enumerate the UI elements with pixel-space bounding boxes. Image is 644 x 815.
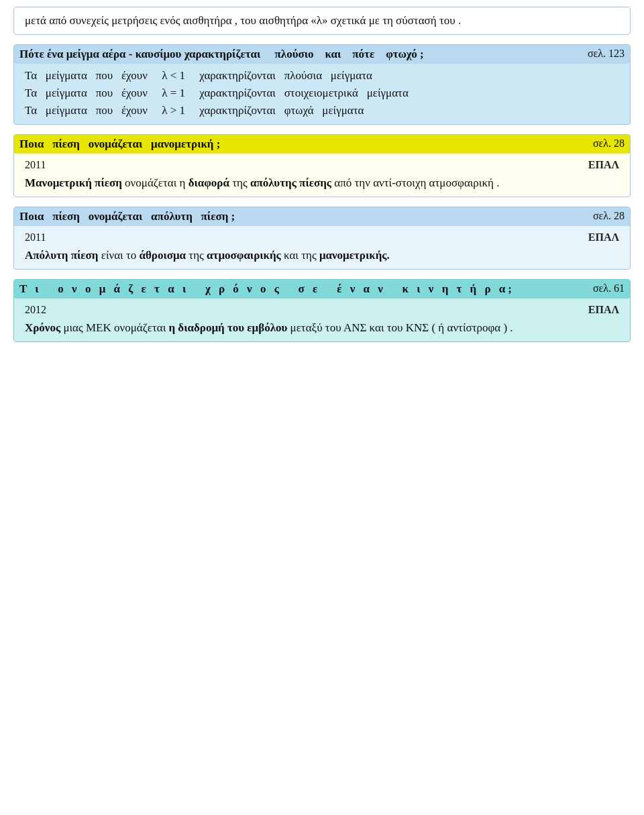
mixture-section-card: Πότε ένα μείγμα αέρα - καυσίμου χαρακτηρ… bbox=[13, 44, 631, 125]
chronos-question-text: Τ ι ο ν ο μ ά ζ ε τ α ι χ ρ ό ν ο ς σ ε … bbox=[19, 282, 585, 296]
chronos-year: 2012 bbox=[25, 304, 46, 316]
mixture-body: Τα μείγματα που έχουν λ < 1 χαρακτηρίζον… bbox=[25, 69, 619, 117]
chronos-epeal: ΕΠΑΛ bbox=[588, 304, 619, 316]
manometric-page-ref: σελ. 28 bbox=[593, 138, 625, 150]
manometric-year: 2011 bbox=[25, 159, 46, 171]
chronos-page-ref: σελ. 61 bbox=[593, 282, 625, 294]
mixture-row-1: Τα μείγματα που έχουν λ < 1 χαρακτηρίζον… bbox=[25, 69, 619, 83]
chronos-question-header: Τ ι ο ν ο μ ά ζ ε τ α ι χ ρ ό ν ο ς σ ε … bbox=[14, 280, 630, 298]
manometric-question-text: Ποια πίεση ονομάζεται μανομετρική ; bbox=[19, 138, 585, 151]
manometric-answer: Μανομετρική πίεση ονομάζεται η διαφορά τ… bbox=[25, 176, 619, 190]
absolute-answer: Απόλυτη πίεση είναι το άθροισμα της ατμο… bbox=[25, 249, 619, 262]
absolute-atm: ατμοσφαιρικής bbox=[207, 249, 281, 262]
manometric-abs: απόλυτης πίεσης bbox=[250, 176, 331, 189]
mixture-question-header: Πότε ένα μείγμα αέρα - καυσίμου χαρακτηρ… bbox=[14, 45, 630, 64]
chronos-bold: η διαδρομή του εμβόλου bbox=[168, 321, 287, 334]
absolute-year-epeal: 2011 ΕΠΑΛ bbox=[25, 231, 619, 243]
manometric-epeal: ΕΠΑΛ bbox=[588, 159, 619, 171]
manometric-year-epeal: 2011 ΕΠΑΛ bbox=[25, 159, 619, 171]
absolute-page-ref: σελ. 28 bbox=[593, 210, 625, 222]
absolute-section-card: Ποια πίεση ονομάζεται απόλυτη πίεση ; σε… bbox=[13, 207, 631, 270]
absolute-year: 2011 bbox=[25, 231, 46, 243]
chronos-section-card: Τ ι ο ν ο μ ά ζ ε τ α ι χ ρ ό ν ο ς σ ε … bbox=[13, 279, 631, 342]
page-container: μετά από συνεχείς μετρήσεις ενός αισθητή… bbox=[0, 0, 644, 358]
manometric-diff: διαφορά bbox=[189, 176, 229, 189]
absolute-sum: άθροισμα bbox=[139, 249, 186, 262]
chronos-answer: Χρόνος μιας ΜΕΚ ονομάζεται η διαδρομή το… bbox=[25, 321, 619, 335]
manometric-section-card: Ποια πίεση ονομάζεται μανομετρική ; σελ.… bbox=[13, 134, 631, 197]
manometric-question-header: Ποια πίεση ονομάζεται μανομετρική ; σελ.… bbox=[14, 135, 630, 154]
absolute-question-text: Ποια πίεση ονομάζεται απόλυτη πίεση ; bbox=[19, 210, 585, 223]
chronos-year-epeal: 2012 ΕΠΑΛ bbox=[25, 304, 619, 316]
chronos-term: Χρόνος bbox=[25, 321, 60, 334]
absolute-mano: μανομετρικής. bbox=[319, 249, 390, 262]
manometric-term: Μανομετρική πίεση bbox=[25, 176, 122, 189]
mixture-page-ref: σελ. 123 bbox=[588, 48, 625, 60]
mixture-row-2: Τα μείγματα που έχουν λ = 1 χαρακτηρίζον… bbox=[25, 87, 619, 100]
absolute-question-header: Ποια πίεση ονομάζεται απόλυτη πίεση ; σε… bbox=[14, 207, 630, 226]
top-section-card: μετά από συνεχείς μετρήσεις ενός αισθητή… bbox=[13, 7, 631, 35]
top-section-text: μετά από συνεχείς μετρήσεις ενός αισθητή… bbox=[25, 14, 619, 28]
mixture-row-3: Τα μείγματα που έχουν λ > 1 χαρακτηρίζον… bbox=[25, 104, 619, 117]
absolute-epeal: ΕΠΑΛ bbox=[588, 231, 619, 243]
mixture-question-text: Πότε ένα μείγμα αέρα - καυσίμου χαρακτηρ… bbox=[19, 48, 580, 61]
absolute-term: Απόλυτη πίεση bbox=[25, 249, 99, 262]
